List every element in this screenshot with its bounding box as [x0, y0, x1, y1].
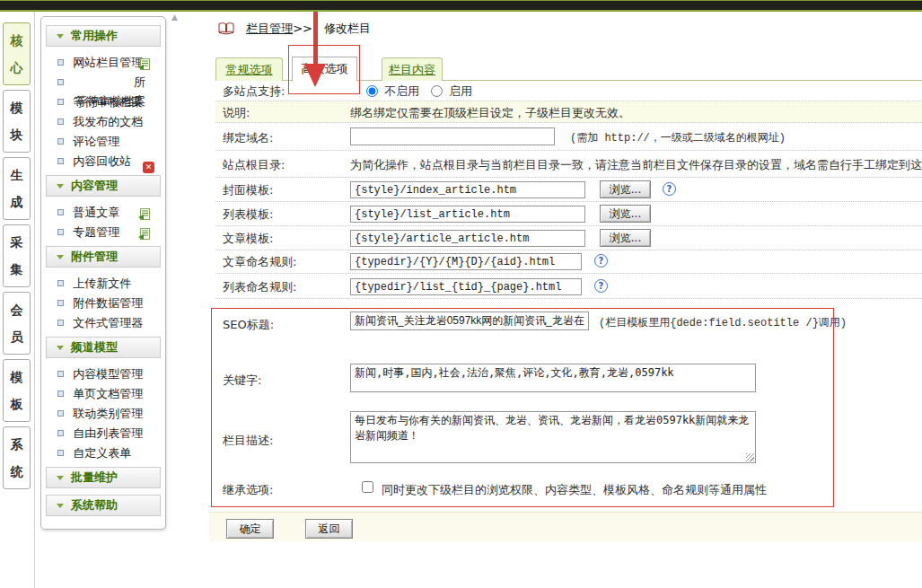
- rail-tab-collect[interactable]: 采集: [3, 224, 31, 287]
- item-label: 自定义表单: [73, 446, 131, 460]
- radio-multisite-off[interactable]: [366, 85, 378, 97]
- bind-domain-input[interactable]: [350, 127, 555, 145]
- article-rule-input[interactable]: [350, 253, 582, 270]
- field-label: 继承选项:: [223, 482, 273, 498]
- sidebar-item-my-docs[interactable]: 我发布的文档: [45, 112, 162, 132]
- field-label: 文章命名规则:: [223, 254, 296, 270]
- tab-bar: 常规选项 高级选项 栏目内容: [215, 56, 922, 81]
- sidebar-item-topic-manage[interactable]: 专题管理: [45, 223, 162, 242]
- help-icon[interactable]: ?: [663, 182, 676, 196]
- bullet-icon: [57, 450, 64, 456]
- sidebar-item-normal-article[interactable]: 普通文章: [45, 203, 162, 223]
- help-icon[interactable]: ?: [594, 254, 608, 268]
- item-label: 普通文章: [73, 206, 119, 219]
- sidebar-item-linked-category[interactable]: 联动类别管理: [45, 404, 162, 424]
- sidebar-item-content-model[interactable]: 内容模型管理: [45, 364, 162, 384]
- list-rule-input[interactable]: [350, 278, 582, 295]
- item-label: 内容回收站: [73, 154, 131, 168]
- tab-advanced-options[interactable]: 高级选项: [292, 57, 357, 82]
- bullet-icon: [57, 300, 64, 306]
- browse-list-button[interactable]: 浏览...: [600, 205, 651, 223]
- item-label: 自由列表管理: [73, 426, 143, 440]
- field-hint: (需加 http://，一级或二级域名的根网址): [570, 130, 922, 145]
- article-template-input[interactable]: [350, 230, 585, 247]
- rail-tab-templates[interactable]: 模板: [3, 359, 31, 422]
- site-root-text: 为简化操作，站点根目录与当前栏目目录一致，请注意当前栏目文件保存目录的设置，域名…: [350, 157, 922, 173]
- sidebar-item-site-columns[interactable]: 网站栏目管理: [45, 53, 162, 73]
- group-title: 常用操作: [71, 29, 118, 42]
- group-title: 内容管理: [71, 179, 118, 192]
- form-row-bind-domain: 绑定域名: (需加 http://，一级或二级域名的根网址): [215, 123, 922, 151]
- form-row-site-root: 站点根目录: 为简化操作，站点根目录与当前栏目目录一致，请注意当前栏目文件保存目…: [215, 151, 922, 178]
- description-textarea[interactable]: 每日发布与你有关的新闻资讯、龙岩、资讯、龙岩新闻，看龙岩0597kk新闻就来龙岩…: [350, 411, 756, 463]
- chevron-down-icon: [57, 255, 64, 259]
- browse-cover-button[interactable]: 浏览...: [600, 180, 651, 198]
- rail-tab-core[interactable]: 核心: [3, 22, 31, 85]
- sidebar-group-channel-model[interactable]: 频道模型: [46, 337, 161, 358]
- item-label: 网站栏目管理: [73, 56, 143, 69]
- list-template-input[interactable]: [350, 206, 585, 223]
- bullet-icon: [57, 99, 64, 105]
- main-content: 栏目管理>> 修改栏目 常规选项 高级选项 栏目内容 多站点支持: 不启用 启用…: [184, 12, 922, 588]
- item-label: 联动类别管理: [73, 407, 143, 420]
- sidebar-menu: 常用操作 网站栏目管理 所 等待审核档案 等待审核档案 我发布的文档 评论管理 …: [40, 16, 166, 530]
- resize-grip-icon[interactable]: [746, 453, 754, 461]
- bullet-icon: [57, 229, 64, 235]
- form-row-list-template: 列表模板: 浏览...: [215, 202, 922, 226]
- scroll-up-arrow[interactable]: ▲: [168, 11, 181, 24]
- doc-add-icon[interactable]: [138, 226, 150, 246]
- form-row-article-template: 文章模板: 浏览...: [215, 226, 922, 250]
- item-label-fragment: 所: [134, 73, 145, 92]
- sidebar-item-pending-docs[interactable]: 等待审核档案 等待审核档案: [45, 92, 162, 112]
- ok-button[interactable]: 确定: [226, 519, 274, 539]
- bullet-icon: [57, 410, 64, 417]
- top-bar: [0, 0, 922, 12]
- sidebar-item-recycle-bin[interactable]: 内容回收站 ✕: [45, 152, 162, 171]
- form-row-list-rule: 列表命名规则: ?: [215, 274, 922, 299]
- sidebar-group-attachments[interactable]: 附件管理: [46, 246, 161, 268]
- rail-tab-modules[interactable]: 模块: [3, 90, 31, 153]
- field-label: 列表模板:: [223, 206, 273, 223]
- item-label: 内容模型管理: [73, 367, 143, 381]
- bullet-icon: [57, 118, 64, 125]
- bullet-icon: [57, 158, 64, 164]
- sidebar-group-common[interactable]: 常用操作: [46, 25, 161, 47]
- radio-multisite-on[interactable]: [431, 85, 443, 97]
- sidebar-item-comments[interactable]: 评论管理: [45, 132, 162, 152]
- sidebar-item-upload-file[interactable]: 上传新文件: [45, 274, 162, 294]
- field-label: 站点根目录:: [223, 157, 285, 173]
- form-row-note: 说明: 绑名绑定仅需要在顶级栏目设定，子级栏目更改无效。: [215, 101, 922, 123]
- sidebar-item-all-docs[interactable]: 所: [45, 73, 162, 92]
- help-icon[interactable]: ?: [594, 279, 608, 293]
- bullet-icon: [57, 209, 64, 215]
- sidebar-item-custom-form[interactable]: 自定义表单: [45, 443, 162, 463]
- seo-title-input[interactable]: [350, 312, 589, 330]
- sidebar-item-free-list[interactable]: 自由列表管理: [45, 424, 162, 443]
- browse-article-button[interactable]: 浏览...: [600, 229, 651, 247]
- sidebar-group-system-help[interactable]: 系统帮助: [46, 495, 161, 516]
- sidebar-group-batch-maintain[interactable]: 批量维护: [46, 467, 161, 488]
- item-label-ghost: 等待审核档案: [75, 92, 145, 111]
- rail-tab-system[interactable]: 系统: [3, 426, 31, 489]
- group-title: 批量维护: [71, 470, 118, 484]
- sidebar-item-file-manager[interactable]: 文件式管理器: [45, 313, 162, 333]
- button-bar: 确定 返回: [209, 512, 922, 541]
- field-label: 栏目描述:: [223, 433, 273, 449]
- tab-general-options[interactable]: 常规选项: [215, 57, 283, 81]
- inherit-checkbox[interactable]: [362, 481, 373, 493]
- sidebar-item-attachment-data[interactable]: 附件数据管理: [45, 294, 162, 313]
- breadcrumb-separator: >>: [293, 22, 312, 35]
- cover-template-input[interactable]: [350, 181, 585, 198]
- group-title: 附件管理: [71, 250, 118, 263]
- keywords-textarea[interactable]: 新闻,时事,国内,社会,法治,聚焦,评论,文化,教育,龙岩,0597kk: [350, 364, 756, 392]
- tab-column-content[interactable]: 栏目内容: [382, 57, 443, 81]
- radio-label: 不启用: [384, 83, 419, 100]
- breadcrumb-link[interactable]: 栏目管理: [246, 22, 293, 35]
- rail-tab-generate[interactable]: 生成: [3, 157, 31, 220]
- chevron-down-icon: [57, 476, 64, 480]
- rail-tab-members[interactable]: 会员: [3, 292, 31, 355]
- sidebar-group-content[interactable]: 内容管理: [46, 175, 161, 197]
- back-button[interactable]: 返回: [305, 519, 353, 539]
- form-row-cover-template: 封面模板: 浏览... ?: [215, 178, 922, 202]
- sidebar-item-single-page[interactable]: 单页文档管理: [45, 384, 162, 404]
